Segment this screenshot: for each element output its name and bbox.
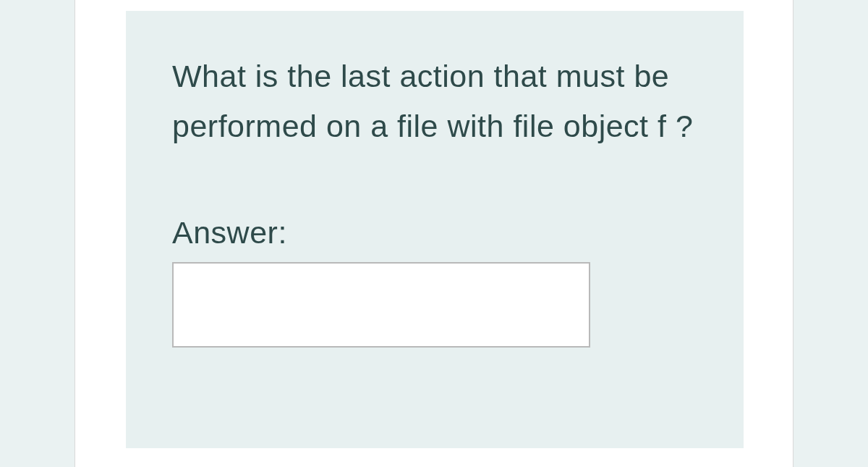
- question-prompt: What is the last action that must be per…: [172, 51, 697, 151]
- question-card: What is the last action that must be per…: [126, 11, 744, 448]
- answer-input[interactable]: [172, 262, 590, 348]
- answer-label: Answer:: [172, 215, 697, 251]
- content-panel: What is the last action that must be per…: [75, 0, 793, 467]
